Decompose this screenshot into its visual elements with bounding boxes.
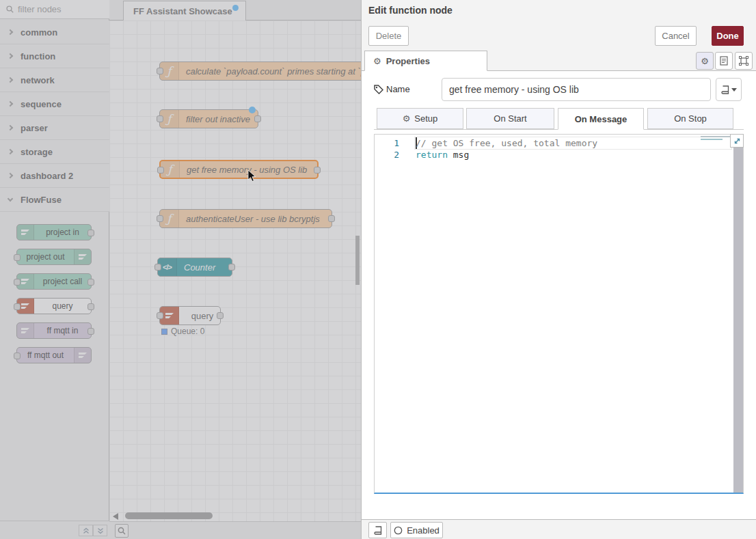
output-port[interactable]: [217, 312, 224, 319]
palette-category-common[interactable]: common: [0, 20, 109, 44]
node-filter-out-inactive[interactable]: ƒ filter out inactive: [159, 109, 258, 128]
edit-dialog: Edit function node Delete Cancel Done ⚙ …: [361, 0, 756, 539]
palette-search-placeholder: filter nodes: [18, 4, 62, 14]
node-authenticate-user[interactable]: ƒ authenticateUser - use lib bcryptjs: [159, 209, 332, 228]
palette-category-network[interactable]: network: [0, 68, 109, 92]
input-port[interactable]: [157, 215, 163, 222]
input-port[interactable]: [14, 254, 21, 261]
palette-search-input[interactable]: filter nodes: [0, 0, 109, 19]
tab-on-message[interactable]: On Message: [558, 108, 644, 130]
palette-category-dashboard2[interactable]: dashboard 2: [0, 164, 109, 188]
chevron-right-icon: [8, 173, 13, 178]
horizontal-scrollbar[interactable]: [125, 512, 213, 519]
modified-dot: [249, 107, 256, 113]
mouse-cursor: [247, 169, 257, 183]
flowfuse-icon: [17, 323, 34, 338]
palette-category-flowfuse[interactable]: FlowFuse: [0, 188, 109, 212]
tab-on-stop[interactable]: On Stop: [647, 108, 733, 129]
name-input[interactable]: [442, 78, 711, 101]
gear-icon: ⚙: [701, 57, 709, 66]
chevron-right-icon: [8, 29, 13, 35]
done-button[interactable]: Done: [712, 26, 744, 46]
flow-canvas[interactable]: FF Assistant Showcase ƒ calculate `paylo…: [109, 0, 361, 539]
name-field-row: Name: [374, 78, 744, 101]
function-tabs: ⚙Setup On Start On Message On Stop: [374, 108, 744, 130]
output-port[interactable]: [328, 215, 335, 222]
tab-setup[interactable]: ⚙Setup: [377, 108, 463, 129]
editor-scrollbar[interactable]: [733, 135, 743, 493]
output-port[interactable]: [314, 167, 321, 174]
chevron-right-icon: [8, 149, 13, 154]
gear-icon: ⚙: [373, 57, 381, 66]
palette-category-sequence[interactable]: sequence: [0, 92, 109, 116]
chevron-right-icon: [8, 101, 13, 107]
input-port[interactable]: [157, 312, 163, 319]
canvas-footer: [109, 521, 361, 539]
expand-categories-button[interactable]: [93, 525, 107, 536]
palette-sidebar: filter nodes common function network seq…: [0, 0, 109, 539]
document-icon: [720, 56, 728, 66]
output-port[interactable]: [228, 264, 235, 271]
input-port[interactable]: [157, 167, 164, 174]
collapse-categories-button[interactable]: [79, 525, 93, 536]
palette-category-storage[interactable]: storage: [0, 140, 109, 164]
canvas-search-button[interactable]: [115, 524, 129, 538]
tab-on-start[interactable]: On Start: [466, 108, 554, 129]
canvas-grid[interactable]: [109, 20, 361, 521]
input-port[interactable]: [14, 353, 21, 359]
output-port[interactable]: [254, 115, 261, 122]
node-query[interactable]: query: [159, 306, 221, 325]
description-view-button[interactable]: [715, 52, 733, 70]
flow-tab[interactable]: FF Assistant Showcase: [123, 1, 246, 20]
node-calculate-primes[interactable]: ƒ calculate `payload.count` primes start…: [159, 61, 361, 81]
double-chevron-up-icon: [83, 527, 90, 534]
output-port[interactable]: [87, 230, 94, 236]
enabled-toggle-button[interactable]: Enabled: [390, 522, 443, 538]
vertical-scrollbar[interactable]: [355, 236, 360, 285]
expand-editor-button[interactable]: [730, 134, 744, 148]
node-status: Queue: 0: [161, 327, 204, 336]
palette-node-project-out[interactable]: project out: [16, 249, 92, 265]
palette-node-query[interactable]: query: [16, 298, 92, 314]
code-line: return msg: [416, 150, 469, 160]
node-counter[interactable]: </> Counter: [157, 258, 232, 277]
palette-node-ff-mqtt-out[interactable]: ff mqtt out: [16, 347, 92, 363]
dialog-header: Edit function node: [362, 0, 756, 20]
hscroll-left-arrow[interactable]: [113, 513, 118, 520]
input-port[interactable]: [157, 68, 163, 74]
palette-node-project-in[interactable]: project in: [16, 224, 92, 240]
properties-view-button[interactable]: ⚙: [696, 52, 714, 70]
library-button[interactable]: [368, 522, 387, 538]
palette-node-project-call[interactable]: project call: [16, 273, 92, 290]
output-port[interactable]: [87, 279, 94, 286]
flowfuse-icon: [17, 225, 34, 240]
flowfuse-icon: [74, 348, 91, 363]
output-port[interactable]: [87, 328, 94, 335]
double-chevron-down-icon: [97, 527, 104, 534]
line-number: 2: [394, 150, 399, 160]
input-port[interactable]: [14, 279, 21, 286]
cancel-button[interactable]: Cancel: [655, 26, 697, 46]
flowfuse-icon: [74, 249, 91, 264]
tab-properties[interactable]: ⚙ Properties: [364, 51, 487, 71]
library-dropdown-button[interactable]: [716, 78, 742, 101]
input-port[interactable]: [14, 303, 21, 310]
palette-category-parser[interactable]: parser: [0, 116, 109, 140]
chevron-right-icon: [8, 53, 13, 59]
code-editor[interactable]: 1 2 // get OS free, used, total memory r…: [374, 134, 744, 494]
output-port[interactable]: [87, 303, 94, 310]
chevron-down-icon: [8, 195, 13, 201]
flow-tabbar: FF Assistant Showcase: [109, 0, 361, 20]
dialog-form: Name ⚙Setup On Start On Message On Stop …: [362, 71, 756, 519]
delete-button[interactable]: Delete: [368, 26, 409, 46]
appearance-view-button[interactable]: [735, 52, 753, 70]
palette-node-ff-mqtt-in[interactable]: ff mqtt in: [16, 322, 92, 339]
editor-minimap: [701, 136, 732, 146]
input-port[interactable]: [154, 264, 161, 271]
input-port[interactable]: [157, 115, 163, 122]
palette-footer: [0, 521, 109, 539]
palette-category-function[interactable]: function: [0, 44, 109, 68]
tag-icon: [374, 85, 383, 94]
book-icon: [721, 85, 729, 94]
node-get-free-memory[interactable]: ƒ get free memory - using OS lib: [159, 160, 319, 179]
